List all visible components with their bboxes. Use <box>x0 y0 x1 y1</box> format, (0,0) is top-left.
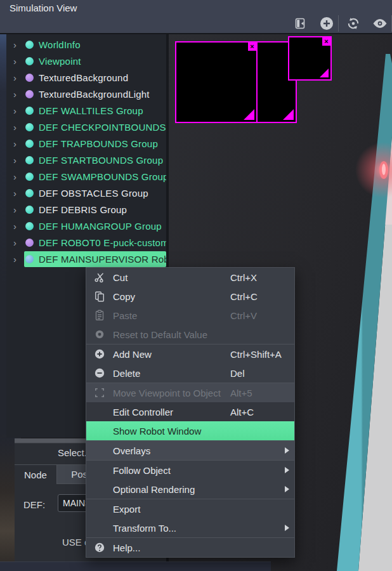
expand-chevron-icon[interactable] <box>6 39 24 50</box>
menu-item[interactable]: Optional Rendering <box>86 480 294 499</box>
scissors-icon <box>91 272 108 283</box>
tree-node-row[interactable]: DEF HUMANGROUP Group <box>6 218 166 234</box>
reset-viewpoint-icon <box>345 15 362 32</box>
menu-item[interactable]: Export <box>86 499 294 518</box>
menu-item-label: Copy <box>113 291 135 302</box>
tree-node-row[interactable]: DEF CHECKPOINTBOUNDS Group <box>6 119 166 135</box>
camera-overlay[interactable] <box>175 41 258 123</box>
menu-item[interactable]: Cut Ctrl+X <box>86 268 294 287</box>
overlay-resize-handle-icon[interactable] <box>283 109 294 120</box>
menu-item-shortcut: Alt+C <box>230 407 254 417</box>
menu-item[interactable]: Reset to Default Value <box>86 325 294 345</box>
menu-item[interactable]: Follow Object <box>86 461 294 480</box>
tree-node-row[interactable]: DEF OBSTACLES Group <box>6 185 166 201</box>
field-editor-tab[interactable]: Node <box>15 465 56 484</box>
menu-item[interactable]: Delete Del <box>86 364 294 383</box>
window-title: Simulation View <box>10 3 77 13</box>
menu-item-label: Cut <box>113 272 127 283</box>
paste-icon <box>91 310 108 321</box>
tree-node-row[interactable]: TexturedBackgroundLight <box>6 86 166 102</box>
add-node-icon <box>318 15 335 32</box>
overlay-close-icon[interactable] <box>248 43 256 51</box>
tree-node-label: DEF SWAMPBOUNDS Group <box>39 171 166 182</box>
tree-node-row[interactable]: DEF MAINSUPERVISOR Robot <box>6 251 166 267</box>
tree-node-row[interactable]: WorldInfo <box>6 36 166 53</box>
tree-node-label: DEF MAINSUPERVISOR Robot <box>39 254 166 265</box>
tree-node-label: Viewpoint <box>39 56 81 67</box>
tree-node-row[interactable]: DEF ROBOT0 E-puck-custom <box>6 234 166 251</box>
expand-chevron-icon[interactable] <box>6 138 24 149</box>
menu-item[interactable]: Transform To... <box>86 518 294 538</box>
menu-item-label: Move Viewpoint to Object <box>113 388 221 398</box>
tree-node-row[interactable]: DEF TRAPBOUNDS Group <box>6 135 166 152</box>
menu-item-shortcut: Ctrl+Shift+A <box>230 349 282 360</box>
tab-label: Node <box>24 469 47 480</box>
expand-chevron-icon[interactable] <box>6 171 24 182</box>
tree-node-label: WorldInfo <box>39 39 81 50</box>
menu-item[interactable]: Show Robot Window <box>86 421 294 441</box>
tree-node-row[interactable]: Viewpoint <box>6 53 166 69</box>
expand-chevron-icon[interactable] <box>6 122 24 133</box>
expand-chevron-icon[interactable] <box>6 89 24 100</box>
submenu-arrow-icon <box>285 486 289 492</box>
node-type-dot-icon <box>25 41 34 49</box>
menu-item-label: Edit Controller <box>113 407 173 417</box>
menu-item[interactable]: Copy Ctrl+C <box>86 287 294 306</box>
menu-item-shortcut: Ctrl+C <box>230 291 258 302</box>
camera-overlay[interactable] <box>288 36 332 81</box>
minus-circle-icon <box>91 367 108 379</box>
expand-chevron-icon[interactable] <box>6 204 24 215</box>
plus-circle-icon <box>91 348 108 360</box>
overlay-close-icon[interactable] <box>322 37 330 46</box>
def-label: DEF: <box>23 499 45 510</box>
node-type-dot-icon <box>25 255 34 263</box>
menu-item-label: Add New <box>113 349 152 360</box>
submenu-arrow-icon <box>285 525 289 531</box>
menu-item-label: Show Robot Window <box>113 426 201 436</box>
expand-chevron-icon[interactable] <box>6 188 24 199</box>
toolbar-button[interactable] <box>364 14 391 33</box>
node-type-dot-icon <box>25 140 34 148</box>
expand-chevron-icon[interactable] <box>6 254 24 265</box>
menu-item[interactable]: Edit Controller Alt+C <box>86 402 294 421</box>
menu-item[interactable]: Move Viewpoint to Object Alt+5 <box>86 383 294 402</box>
menu-item[interactable]: Add New Ctrl+Shift+A <box>86 345 294 364</box>
menu-item-shortcut: Alt+5 <box>230 388 252 398</box>
expand-chevron-icon[interactable] <box>6 72 24 83</box>
node-type-dot-icon <box>25 90 34 98</box>
node-type-dot-icon <box>25 156 34 164</box>
overlay-resize-handle-icon[interactable] <box>244 109 254 120</box>
menu-item-label: Overlays <box>113 445 150 456</box>
submenu-arrow-icon <box>285 467 289 473</box>
menu-item[interactable]: Help... <box>86 538 294 557</box>
menu-item-label: Delete <box>113 368 140 379</box>
tree-node-label: TexturedBackgroundLight <box>39 89 150 100</box>
expand-chevron-icon[interactable] <box>6 105 24 116</box>
expand-chevron-icon[interactable] <box>6 155 24 166</box>
tree-node-row[interactable]: DEF SWAMPBOUNDS Group <box>6 168 166 185</box>
tree-node-row[interactable]: DEF STARTBOUNDS Group <box>6 152 166 168</box>
submenu-arrow-icon <box>285 447 289 454</box>
help-circle-icon <box>91 542 108 553</box>
reset-icon <box>91 329 108 340</box>
menu-item-label: Paste <box>113 310 137 321</box>
overlay-resize-handle-icon[interactable] <box>320 69 329 77</box>
toolbar-button[interactable] <box>284 14 311 33</box>
tree-node-row[interactable]: DEF WALLTILES Group <box>6 102 166 119</box>
expand-chevron-icon[interactable] <box>6 56 24 67</box>
menu-item-shortcut: Del <box>230 368 245 379</box>
toolbar-button[interactable] <box>311 14 337 33</box>
hide-panel-icon <box>292 16 308 30</box>
tree-node-row[interactable]: DEF DEBRIS Group <box>6 201 166 218</box>
tree-node-row[interactable]: TexturedBackground <box>6 69 166 86</box>
toolbar-button[interactable] <box>337 14 364 33</box>
menu-item[interactable]: Paste Ctrl+V <box>86 306 294 325</box>
tree-node-label: DEF STARTBOUNDS Group <box>39 155 163 166</box>
expand-chevron-icon[interactable] <box>6 221 24 232</box>
context-menu: Cut Ctrl+X Copy Ctrl+C Paste Ctrl+V Rese… <box>86 267 295 558</box>
node-type-dot-icon <box>25 206 34 214</box>
node-type-dot-icon <box>25 222 34 230</box>
viewport-toolbar <box>284 14 391 33</box>
menu-item[interactable]: Overlays <box>86 441 294 461</box>
expand-chevron-icon[interactable] <box>6 237 24 248</box>
